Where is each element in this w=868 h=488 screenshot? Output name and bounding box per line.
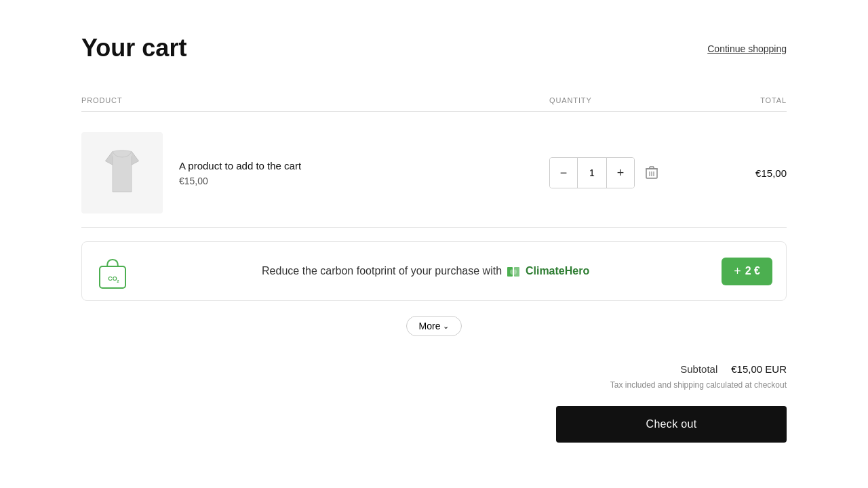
- quantity-control: − +: [549, 157, 635, 188]
- total-column-header: TOTAL: [685, 96, 787, 104]
- product-name: A product to add to the cart: [179, 160, 301, 171]
- page-header: Your cart Continue shopping: [81, 34, 787, 62]
- decrease-quantity-button[interactable]: −: [550, 158, 577, 188]
- climate-hero-brand: ClimateHero: [526, 265, 589, 277]
- climate-add-button[interactable]: + 2 €: [722, 258, 772, 285]
- product-info: A product to add to the cart €15,00: [179, 160, 301, 186]
- page-title: Your cart: [81, 34, 186, 62]
- more-row: More ⌄: [81, 308, 787, 336]
- co2-bag-icon: CO 2: [96, 254, 130, 288]
- subtotal-label: Subtotal: [680, 363, 717, 375]
- increase-quantity-button[interactable]: +: [607, 158, 634, 188]
- continue-shopping-link[interactable]: Continue shopping: [707, 43, 787, 54]
- tshirt-icon: [98, 146, 146, 200]
- product-price: €15,00: [179, 176, 301, 186]
- cart-item: A product to add to the cart €15,00 − +: [81, 119, 787, 228]
- table-header: PRODUCT QUANTITY TOTAL: [81, 89, 787, 112]
- item-total: €15,00: [685, 167, 787, 179]
- quantity-column-header: QUANTITY: [549, 96, 685, 104]
- more-label: More: [419, 321, 441, 331]
- checkout-button[interactable]: Check out: [556, 406, 787, 443]
- summary-section: Subtotal €15,00 EUR Tax included and shi…: [81, 363, 787, 443]
- climate-button-label: 2 €: [745, 265, 760, 277]
- product-column-header: PRODUCT: [81, 96, 549, 104]
- subtotal-value: €15,00 EUR: [731, 363, 787, 375]
- tax-note: Tax included and shipping calculated at …: [610, 380, 787, 390]
- svg-text:CO: CO: [108, 275, 117, 282]
- delete-item-button[interactable]: [642, 162, 662, 184]
- quantity-input[interactable]: [577, 158, 607, 188]
- product-image: [81, 132, 163, 214]
- plus-icon: +: [734, 264, 741, 279]
- climate-hero-logo-icon: [507, 265, 522, 277]
- climate-text-section: Reduce the carbon footprint of your purc…: [140, 265, 711, 277]
- chevron-down-icon: ⌄: [443, 322, 449, 331]
- product-cell: A product to add to the cart €15,00: [81, 132, 549, 214]
- quantity-cell: − +: [549, 157, 685, 188]
- climate-description: Reduce the carbon footprint of your purc…: [262, 265, 502, 277]
- climate-banner: CO 2 Reduce the carbon footprint of your…: [81, 241, 787, 301]
- trash-icon: [646, 166, 658, 180]
- svg-text:2: 2: [117, 279, 119, 283]
- more-button[interactable]: More ⌄: [406, 316, 462, 336]
- subtotal-row: Subtotal €15,00 EUR: [680, 363, 787, 375]
